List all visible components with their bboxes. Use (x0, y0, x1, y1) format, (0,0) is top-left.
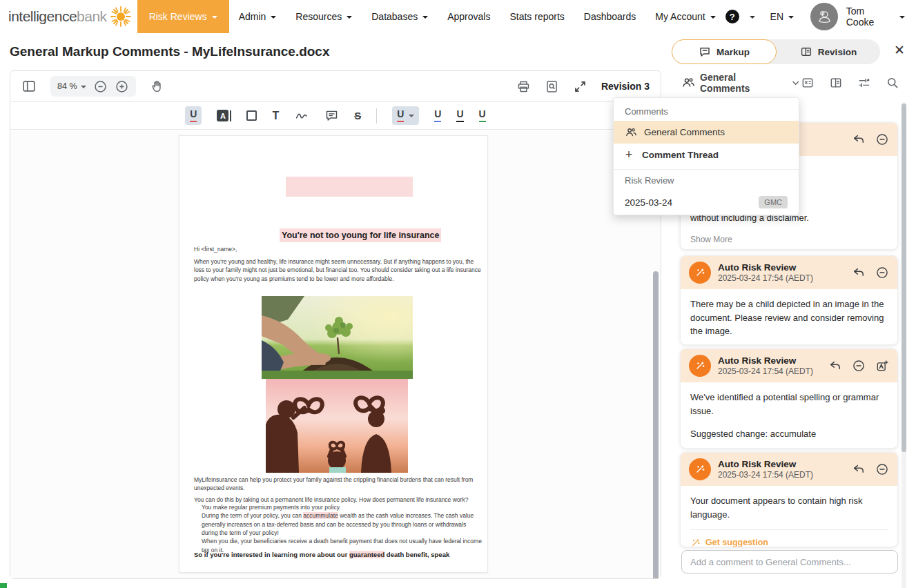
underline-green-tool[interactable]: U (479, 109, 486, 121)
main-nav: Risk Reviews Admin Resources Databases A… (137, 0, 725, 33)
resolve-minus-icon[interactable] (875, 133, 889, 146)
annotation-summary-icon[interactable] (801, 76, 815, 90)
get-suggestion-button[interactable]: Get suggestion (690, 536, 888, 547)
language-selector[interactable]: EN (770, 11, 794, 22)
document-scrollbar[interactable] (653, 271, 659, 578)
comment-text: We've identified a potential spelling or… (690, 391, 888, 418)
logo-text-bank: bank (77, 8, 107, 24)
underline-red-dropdown[interactable]: U (392, 106, 419, 124)
resolve-minus-icon[interactable] (875, 462, 889, 476)
resolve-minus-icon[interactable] (875, 266, 889, 280)
people-icon (681, 76, 695, 90)
comment-bubble-icon[interactable] (324, 108, 339, 123)
chevron-down-icon (347, 16, 352, 19)
reply-icon[interactable] (852, 266, 866, 280)
comment-author: Auto Risk Review (718, 262, 813, 273)
list-item: During the term of your policy, you can … (202, 511, 482, 537)
comment-card-body: We've identified a potential spelling or… (681, 382, 897, 449)
nav-item-databases[interactable]: Databases (362, 0, 438, 33)
text-tool-icon[interactable]: T (272, 110, 279, 121)
intelligencebank-logo[interactable]: intelligencebank (0, 0, 132, 33)
top-navbar: intelligencebank Risk Reviews Admin Reso… (0, 0, 916, 33)
viewer-toolbar: 84 % Revision 3 (10, 71, 661, 102)
dropdown-section-comments: Comments (614, 101, 799, 121)
underline-black-tool[interactable]: U (456, 109, 463, 121)
document-page: You're not too young for life insurance … (179, 135, 488, 573)
rectangle-tool-icon[interactable] (246, 110, 257, 121)
chevron-down-icon[interactable] (750, 16, 755, 19)
logo-text-intelligence: intelligence (8, 8, 77, 24)
reply-icon[interactable] (852, 133, 866, 146)
zoom-out-icon[interactable] (93, 79, 108, 94)
comment-card: Auto Risk Review 2025-03-24 17:54 (AEDT)… (680, 255, 898, 345)
chevron-down-icon (212, 16, 217, 19)
zoom-level-dropdown[interactable]: 84 % (57, 81, 86, 91)
highlight-text-icon[interactable]: A (217, 110, 231, 121)
comment-thread-dropdown: Comments General Comments + Comment Thre… (613, 97, 799, 215)
user-menu[interactable]: Tom Cooke (846, 6, 905, 28)
chevron-down-icon (81, 86, 86, 88)
page-title: General Markup Comments - MyLifeInsuranc… (10, 44, 330, 59)
highlighted-logo-region (286, 177, 413, 197)
filter-sliders-icon[interactable] (857, 76, 871, 90)
zoom-in-icon[interactable] (115, 79, 129, 94)
help-icon[interactable]: ? (725, 10, 739, 23)
tree-planting-photo (262, 296, 413, 379)
search-icon[interactable] (886, 76, 899, 90)
freehand-draw-icon[interactable] (294, 108, 309, 124)
comment-timestamp: 2025-03-24 17:54 (AEDT) (718, 470, 813, 480)
nav-item-my-account[interactable]: My Account (645, 0, 725, 33)
strikethrough-tool-icon[interactable]: S (354, 110, 361, 121)
suggested-change-text: Suggested change: accumulate (690, 427, 888, 441)
panel-scrollbar[interactable] (902, 104, 906, 452)
nav-item-stats-reports[interactable]: Stats reports (500, 0, 574, 33)
document-greeting: Hi <first_name>, (194, 245, 237, 253)
pan-hand-icon[interactable] (150, 79, 164, 94)
chevron-down-icon (422, 16, 428, 19)
document-heading: You're not too young for life insurance (280, 228, 441, 242)
reader-view-icon[interactable] (829, 76, 843, 90)
chevron-down-icon (409, 115, 414, 117)
plus-icon: + (623, 148, 635, 162)
expand-fullscreen-icon[interactable] (573, 79, 587, 94)
apply-suggestion-icon[interactable] (875, 359, 889, 373)
reply-icon[interactable] (828, 359, 842, 373)
show-more-link[interactable]: Show More (690, 233, 888, 246)
zoom-controls: 84 % (50, 76, 136, 97)
comments-panel-header: General Comments (672, 69, 909, 97)
underline-tool-selected[interactable]: U (185, 106, 202, 124)
page-load-indicator (0, 583, 7, 588)
document-search-icon[interactable] (545, 79, 559, 94)
reply-icon[interactable] (852, 462, 866, 476)
document-viewer: 84 % Revision 3 U (10, 70, 661, 579)
print-icon[interactable] (516, 79, 531, 94)
revision-pane-icon (800, 46, 812, 58)
chevron-down-icon (710, 16, 716, 19)
tab-revision[interactable]: Revision (777, 39, 880, 64)
comment-timestamp: 2025-03-24 17:54 (AEDT) (718, 273, 813, 283)
nav-item-approvals[interactable]: Approvals (438, 0, 500, 33)
tab-markup[interactable]: Markup (672, 39, 777, 64)
dropdown-item-comment-thread[interactable]: + Comment Thread (614, 144, 799, 166)
nav-item-dashboards[interactable]: Dashboards (574, 0, 646, 33)
nav-item-admin[interactable]: Admin (229, 0, 286, 33)
document-list: You make regular premium payments into y… (202, 503, 482, 554)
comment-card-body: There may be a child depicted in an imag… (681, 289, 897, 345)
add-comment-input[interactable] (681, 550, 898, 574)
close-icon[interactable]: ✕ (894, 43, 905, 57)
resolve-minus-icon[interactable] (852, 359, 866, 373)
chevron-down-icon (790, 77, 801, 88)
comment-timestamp: 2025-03-24 17:54 (AEDT) (718, 366, 813, 376)
avatar[interactable] (810, 3, 838, 30)
underline-blue-tool[interactable]: U (434, 109, 441, 121)
dropdown-item-risk-review-date[interactable]: 2025-03-24 GMC (614, 190, 799, 215)
comment-card-header: Auto Risk Review 2025-03-24 17:54 (AEDT) (681, 349, 897, 382)
comment-thread-selector[interactable]: General Comments (681, 72, 801, 94)
nav-item-resources[interactable]: Resources (286, 0, 362, 33)
dropdown-item-general-comments[interactable]: General Comments (614, 121, 799, 144)
document-canvas: You're not too young for life insurance … (10, 131, 661, 578)
nav-item-risk-reviews[interactable]: Risk Reviews (137, 0, 229, 33)
sidebar-toggle-icon[interactable] (21, 79, 37, 94)
gmc-badge: GMC (759, 196, 788, 208)
sun-logo-icon (110, 6, 132, 28)
